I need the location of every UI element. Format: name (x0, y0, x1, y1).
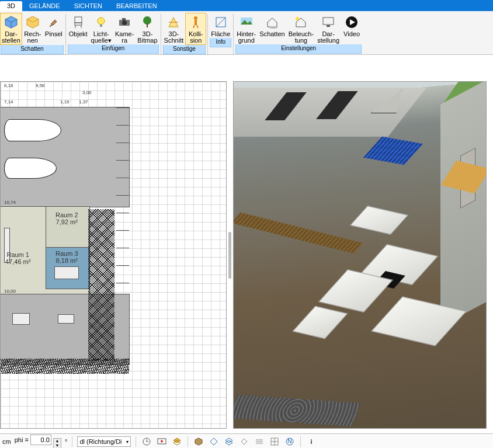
tab-3d[interactable]: 3D (0, 1, 22, 11)
unit-label: cm (2, 438, 11, 445)
svg-rect-13 (147, 23, 148, 27)
phi-spinner[interactable]: ▲▼ (53, 438, 61, 448)
hedge (88, 209, 114, 361)
svg-point-12 (143, 16, 151, 25)
dim-c: 3,00 (82, 90, 92, 95)
lichtquelle-label: Licht-quelle▾ (91, 30, 112, 44)
darstellung-button[interactable]: Dar-stellung (315, 13, 341, 44)
clock-icon[interactable] (141, 436, 152, 447)
tab-gelaende[interactable]: GELÄNDE (22, 1, 67, 11)
blue-mat (363, 137, 423, 165)
2d-viewport[interactable]: Raum 27,92 m² Raum 38,18 m² Raum 147,46 … (0, 81, 227, 429)
bitmap-label: 3D-Bitmap (137, 30, 157, 44)
hintergrund-label: Hinter-grund (237, 30, 256, 44)
dim-j: 10,00 (4, 289, 16, 294)
dim-b: 9,56 (36, 83, 45, 88)
splitter[interactable] (227, 81, 233, 429)
svg-rect-27 (323, 18, 334, 25)
diamond-stack-icon[interactable] (223, 436, 235, 447)
lines-tool-icon[interactable] (254, 436, 265, 447)
gravel (233, 395, 360, 427)
shadow-house-icon (264, 14, 280, 30)
svg-marker-23 (268, 18, 277, 27)
group-sonstige: Sonstige (163, 45, 206, 54)
info-tool-icon[interactable]: i (305, 436, 317, 447)
beleuchtung-button[interactable]: Beleuch-tung (287, 13, 315, 44)
cube-sum-icon (25, 14, 41, 30)
workspace: Raum 27,92 m² Raum 38,18 m² Raum 147,46 … (0, 55, 493, 433)
dl-select[interactable]: dl (Richtung/Di ▾ (77, 436, 131, 447)
yard-furniture-2 (12, 313, 30, 325)
schnitt-label: 3D-Schnitt (164, 30, 184, 44)
tab-bearbeiten[interactable]: BEARBEITEN (109, 1, 164, 11)
cube-icon (3, 14, 19, 30)
diamond-plain-icon[interactable] (238, 436, 250, 447)
svg-point-24 (269, 26, 277, 29)
flaeche-label: Fläche (211, 30, 230, 38)
3d-box-5 (292, 306, 348, 339)
svg-marker-42 (241, 439, 247, 444)
objekt-button[interactable]: Objekt (67, 13, 89, 44)
tree-icon (139, 14, 155, 30)
bitmap-button[interactable]: 3D-Bitmap (136, 13, 159, 44)
video-label: Video (343, 30, 360, 38)
pinsel-label: Pinsel (45, 30, 63, 38)
layers-icon[interactable] (171, 436, 183, 447)
darstellen-label: Dar-stellen (2, 30, 20, 44)
dim-e: 1,19 (60, 99, 70, 105)
phi-input[interactable] (30, 435, 51, 445)
svg-point-7 (98, 18, 105, 25)
svg-line-18 (193, 25, 195, 28)
video-button[interactable]: Video (341, 13, 362, 44)
kamera-button[interactable]: Kame-ra (113, 13, 136, 44)
svg-text:N: N (287, 437, 292, 444)
brush-icon (46, 14, 62, 30)
person-icon (188, 14, 204, 30)
ribbon-tabs: 3D GELÄNDE SICHTEN BEARBEITEN (0, 0, 493, 11)
dim-f: 1,37 (79, 99, 88, 105)
beleuchtung-label: Beleuch-tung (289, 30, 314, 44)
stair-railing (233, 213, 363, 253)
hintergrund-button[interactable]: Hinter-grund (235, 13, 258, 44)
room-1-label: Raum 147,46 m² (5, 251, 30, 265)
chevron-down-icon: ▾ (126, 439, 129, 444)
monitor-icon (320, 14, 336, 30)
lichtquelle-button[interactable]: Licht-quelle▾ (89, 13, 113, 44)
dim-a: 6,18 (4, 83, 13, 88)
svg-rect-4 (75, 23, 82, 25)
schatten-button[interactable]: Schatten (258, 13, 286, 44)
ribbon: Dar-stellen Rech-nen Pinsel Schatten Obj… (0, 11, 493, 55)
schnitt-button[interactable]: 3D-Schnitt (162, 13, 186, 45)
svg-point-10 (122, 20, 127, 25)
flaeche-button[interactable]: Fläche (209, 13, 232, 38)
svg-point-16 (194, 16, 197, 20)
rechnen-button[interactable]: Rech-nen (22, 13, 43, 45)
record-screen-icon[interactable] (156, 436, 168, 447)
grid-tool-icon[interactable] (269, 436, 280, 447)
kamera-label: Kame-ra (115, 30, 134, 44)
darstellen-button[interactable]: Dar-stellen (0, 13, 22, 45)
north-icon[interactable]: N (284, 436, 296, 447)
area-icon (213, 14, 229, 30)
pinsel-button[interactable]: Pinsel (43, 13, 64, 45)
light-house-icon (293, 14, 309, 30)
3d-viewport[interactable] (233, 81, 487, 429)
kollision-button[interactable]: Kolli-sion (185, 13, 206, 45)
schatten-label: Schatten (259, 30, 284, 38)
degree-icon: ° (65, 438, 67, 445)
chair-icon (70, 14, 86, 30)
svg-rect-11 (122, 18, 126, 20)
dimension-lines (116, 107, 129, 294)
kollision-label: Kolli-sion (189, 30, 203, 44)
hedge-bottom (1, 359, 129, 374)
tab-sichten[interactable]: SICHTEN (67, 1, 109, 11)
diamond-blue-icon[interactable] (208, 436, 220, 447)
sofa (54, 266, 79, 279)
cube-tool-icon[interactable] (193, 436, 204, 447)
room-3-label: Raum 38,18 m² (55, 250, 78, 264)
group-einstellungen: Einstellungen (235, 44, 362, 54)
splitter-handle[interactable] (228, 232, 231, 279)
group-schatten: Schatten (1, 45, 64, 54)
objekt-label: Objekt (69, 30, 88, 38)
camera-icon (116, 14, 133, 30)
